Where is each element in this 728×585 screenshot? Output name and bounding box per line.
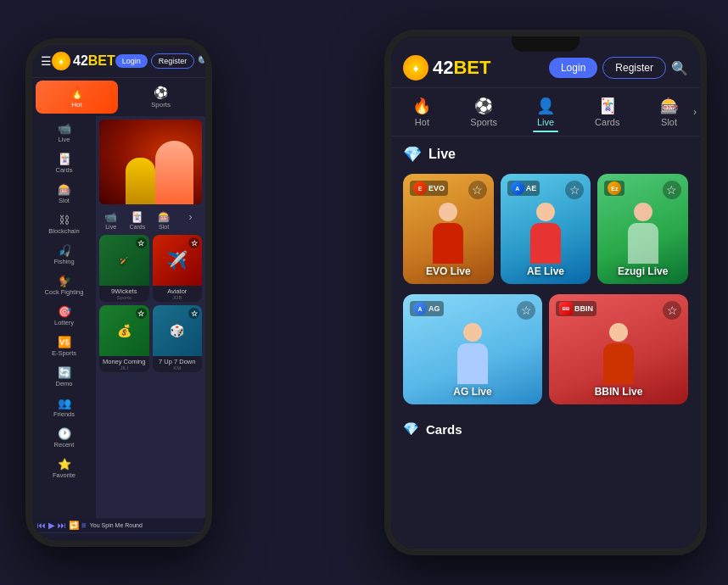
sidebar-label-slot: Slot (59, 197, 70, 204)
next-button[interactable]: ⏭ (58, 521, 66, 530)
nav-item-hot[interactable]: 🔥 Hot (36, 81, 118, 114)
sidebar-label-cards: Cards (55, 166, 72, 174)
sidebar-left: 📹 Live 🃏 Cards 🎰 Slot ⛓ Blockchain 🎣 (32, 116, 96, 518)
tab-cards[interactable]: 🃏 Cards (576, 92, 638, 132)
sidebar-label-lottery: Lottery (54, 319, 74, 326)
banner-image (99, 120, 202, 204)
register-button-left[interactable]: Register (151, 53, 195, 69)
live-card-ag[interactable]: A AG ☆ AG Live (403, 294, 542, 404)
sidebar-item-cockfight[interactable]: 🐓 Cock Fighting (34, 270, 94, 300)
right-phone-screen: ♦ 42BET Login Register 🔍 🔥 Hot ⚽ Sports … (391, 36, 700, 549)
search-icon-right[interactable]: 🔍 (671, 60, 688, 76)
sidebar-item-slot[interactable]: 🎰 Slot (34, 179, 94, 209)
login-button-left[interactable]: Login (115, 54, 148, 68)
play-button[interactable]: ▶ (48, 521, 55, 530)
sub-nav-live[interactable]: 📹 Live (99, 211, 122, 230)
favorite-icon: ⭐ (58, 458, 71, 471)
tab-cards-icon: 🃏 (598, 97, 617, 115)
bbin-badge: BB (559, 302, 573, 315)
tab-slot[interactable]: 🎰 Slot (638, 92, 700, 132)
sidebar-item-lottery[interactable]: 🎯 Lottery (34, 301, 94, 331)
fav-star-7up7down[interactable]: ☆ (188, 308, 199, 319)
main-content-left: 📹 Live 🃏 Cards 🎰 Slot › (96, 116, 205, 518)
hamburger-icon[interactable]: ☰ (41, 54, 52, 68)
sidebar-item-favorite[interactable]: ⭐ Favorite (34, 454, 94, 483)
sidebar-label-demo: Demo (55, 380, 72, 387)
nav-item-sports[interactable]: ⚽ Sports (120, 81, 202, 114)
sidebar-item-recent[interactable]: 🕐 Recent (34, 423, 94, 453)
logo-left: ♦ 42BET (52, 52, 115, 70)
dealer-body-ag (457, 343, 488, 384)
live-card-ae[interactable]: A AE ☆ AE Live (501, 174, 591, 284)
dealer-evo (433, 203, 463, 264)
dealer-body-bbin (603, 343, 634, 384)
sidebar-label-blockchain: Blockchain (48, 227, 79, 235)
ae-star[interactable]: ☆ (565, 181, 584, 199)
sidebar-label-recent: Recent (54, 441, 75, 448)
bbin-star[interactable]: ☆ (663, 301, 681, 320)
sub-nav-cards[interactable]: 🃏 Cards (126, 211, 148, 230)
esports-icon: 🆚 (58, 336, 71, 348)
dealer-head-ag (463, 323, 482, 342)
left-phone: ☰ ♦ 42BET Login Register 🔍 🔥 Hot ⚽ Sport… (25, 38, 212, 547)
left-phone-content: 📹 Live 🃏 Cards 🎰 Slot ⛓ Blockchain 🎣 (32, 116, 205, 518)
friends-icon: 👥 (58, 397, 71, 410)
subnav-live-icon: 📹 (104, 211, 117, 223)
ezugi-star[interactable]: ☆ (663, 181, 681, 199)
player-strip: ⏮ ▶ ⏭ 🔁 ≡ You Spin Me Round (32, 518, 205, 532)
tab-chevron-icon[interactable]: › (693, 106, 697, 118)
bet-records-icon: 📋 (39, 538, 53, 540)
live-grid-row2: A AG ☆ AG Live BB BBIN ☆ (403, 294, 688, 404)
header-buttons-left: Login Register 🔍 (115, 53, 205, 69)
sports-icon: ⚽ (154, 86, 168, 99)
game-banner (99, 120, 202, 204)
header-buttons-right: Login Register 🔍 (549, 57, 688, 79)
sidebar-item-blockchain[interactable]: ⛓ Blockchain (34, 209, 94, 239)
tab-hot[interactable]: 🔥 Hot (391, 92, 453, 132)
evo-star[interactable]: ☆ (468, 181, 487, 199)
top-nav-left: 🔥 Hot ⚽ Sports (32, 78, 205, 116)
sub-nav-slot[interactable]: 🎰 Slot (153, 211, 176, 230)
login-button-right[interactable]: Login (549, 58, 597, 78)
slot-icon: 🎰 (58, 183, 71, 196)
live-card-ezugi[interactable]: Ez ☆ Ezugi Live (597, 174, 688, 284)
game-card-aviator[interactable]: ✈️ ☆ Aviator JDB (153, 235, 203, 302)
tab-live[interactable]: 👤 Live (515, 92, 577, 132)
fav-star-9wickets[interactable]: ☆ (136, 237, 147, 248)
live-card-bbin[interactable]: BB BBIN ☆ BBIN Live (549, 294, 688, 404)
subnav-slot-icon: 🎰 (158, 211, 171, 223)
sidebar-label-cockfight: Cock Fighting (45, 288, 84, 296)
live-card-evo[interactable]: E EVO ☆ EVO Live (403, 174, 494, 284)
sidebar-item-fishing[interactable]: 🎣 Fishing (34, 240, 94, 270)
game-card-9wickets[interactable]: 🏏 ☆ 9Wickets Sports (99, 235, 149, 302)
game-card-money-coming[interactable]: 💰 ☆ Money Coming JILI (99, 305, 149, 372)
sidebar-item-friends[interactable]: 👥 Friends (34, 393, 94, 422)
dealer-body-ae (530, 223, 561, 264)
sub-nav-more[interactable]: › (179, 211, 202, 230)
prev-button[interactable]: ⏮ (37, 521, 46, 530)
game-label-7up7down: 7 Up 7 Down KM (153, 356, 203, 372)
left-phone-screen: ☰ ♦ 42BET Login Register 🔍 🔥 Hot ⚽ Sport… (32, 45, 205, 540)
sidebar-label-esports: E-Sports (52, 349, 76, 357)
game-card-7up7down[interactable]: 🎲 ☆ 7 Up 7 Down KM (153, 305, 203, 372)
sidebar-item-live[interactable]: 📹 Live (34, 118, 94, 148)
ezugi-badge: Ez (608, 181, 621, 195)
fav-star-money[interactable]: ☆ (136, 308, 147, 319)
register-button-right[interactable]: Register (602, 57, 666, 79)
fav-star-aviator[interactable]: ☆ (188, 237, 199, 248)
sidebar-item-demo[interactable]: 🔄 Demo (34, 362, 94, 392)
dealer-head-ezugi (634, 203, 652, 221)
ag-star[interactable]: ☆ (517, 301, 535, 320)
subnav-more-icon: › (188, 211, 192, 223)
bet-records-strip[interactable]: 📋 Bet Records (32, 532, 205, 540)
sidebar-item-cards[interactable]: 🃏 Cards (34, 148, 94, 178)
playlist-button[interactable]: ≡ (81, 521, 87, 530)
cards-section-title: 💎 Cards (403, 415, 688, 443)
ae-live-label: AE Live (501, 265, 591, 277)
search-icon-left[interactable]: 🔍 (198, 55, 205, 67)
repeat-button[interactable]: 🔁 (69, 521, 79, 530)
tab-sports[interactable]: ⚽ Sports (453, 92, 515, 132)
tab-nav-right: 🔥 Hot ⚽ Sports 👤 Live 🃏 Cards 🎰 Slot › (391, 88, 700, 136)
sidebar-item-esports[interactable]: 🆚 E-Sports (34, 332, 94, 361)
nav-label-hot: Hot (71, 101, 81, 109)
